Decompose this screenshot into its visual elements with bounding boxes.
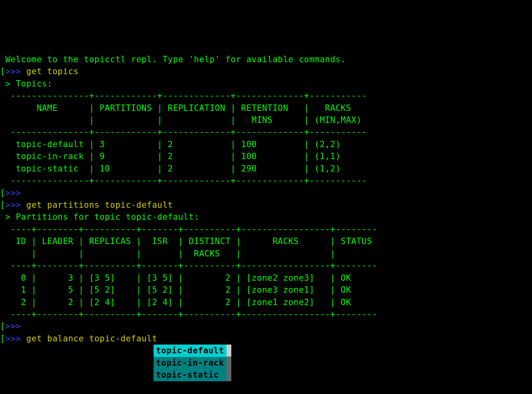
table-row: topic-in-rack | 9 | 2 | 100 | (1,1) [0,152,341,161]
prompt-arrows: >>> [5,67,21,76]
autocomplete-item[interactable]: topic-in-rack [154,357,227,369]
prompt-bracket: [ [0,200,5,210]
table-header-row: NAME | PARTITIONS | REPLICATION | RETENT… [0,103,351,113]
table-row: 2 | 2 | [2 4] | [2 4] | 2 | [zone1 zone2… [0,297,351,307]
prompt-arrows: >>> [5,200,21,210]
table-border: ---------------+------------+-----------… [0,176,367,185]
autocomplete-item[interactable]: topic-static [154,369,227,381]
prompt-bracket: [ [0,188,5,198]
autocomplete-item-selected[interactable]: topic-default [154,345,227,357]
table-row: topic-static | 10 | 2 | 290 | (1,2) [0,164,341,173]
terminal-output: Welcome to the topicctl repl. Type 'help… [0,53,532,345]
table-border: ---------------+------------+-----------… [0,127,367,137]
table-border: ---------------+------------+-----------… [0,91,367,100]
prompt-bracket: [ [0,334,5,343]
scrollbar-track [227,357,231,381]
table-header-row: | | | | RACKS | | [0,249,335,258]
table-row: 0 | 3 | [3 5] | [3 5] | 2 | [zone2 zone3… [0,273,351,283]
prompt-bracket: [ [0,67,5,76]
prompt-bracket: [ [0,321,5,331]
table-row: topic-default | 3 | 2 | 100 | (2,2) [0,140,341,149]
table-row: 1 | 5 | [5 2] | [5 2] | 2 | [zone3 zone1… [0,285,351,295]
table-border: ----+--------+----------+-------+-------… [0,261,377,270]
prompt-arrows: >>> [5,334,21,343]
table-border: ----+--------+----------+-------+-------… [0,225,377,234]
welcome-text: Welcome to the topicctl repl. Type 'help… [0,55,346,64]
command-text: get partitions topic-default [21,200,173,210]
command-text: get topics [21,67,79,76]
prompt-arrows: >>> [5,188,21,198]
partitions-heading: > Partitions for topic topic-default: [0,212,199,222]
scrollbar-thumb[interactable] [227,345,231,357]
prompt-arrows: >>> [5,321,21,331]
command-input[interactable]: get balance topic-default [21,334,158,343]
table-header-row: | | | MINS | (MIN,MAX) [0,115,362,125]
autocomplete-popup: topic-defaulttopic-in-racktopic-static [154,345,532,381]
table-border: ----+--------+----------+-------+-------… [0,309,377,319]
autocomplete-scrollbar[interactable] [227,345,231,381]
table-header-row: ID | LEADER | REPLICAS | ISR | DISTINCT … [0,236,372,246]
topics-heading: > Topics: [0,79,52,89]
